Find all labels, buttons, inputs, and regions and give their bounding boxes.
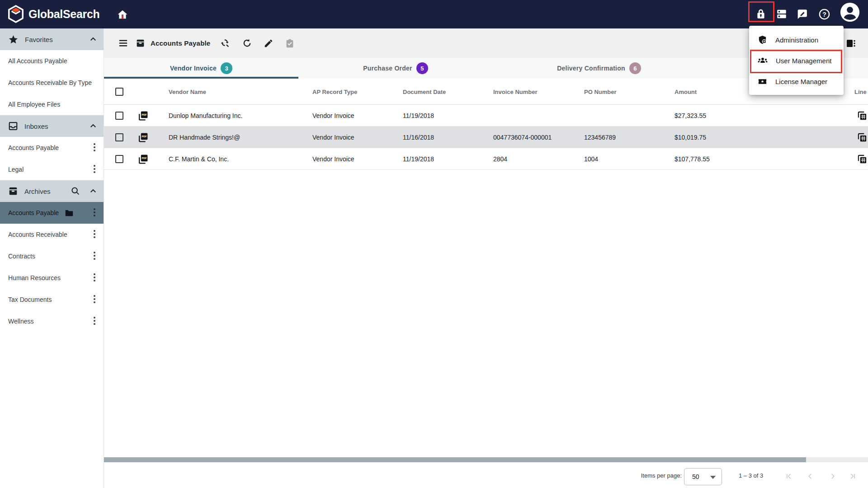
item-menu-icon[interactable] — [94, 295, 95, 304]
sidebar-section-archives[interactable]: Archives — [0, 180, 104, 202]
item-menu-icon[interactable] — [94, 317, 95, 326]
toolbar-title: Accounts Payable — [151, 28, 210, 58]
cell-vendor-name: Dunlop Manufacturing Inc. — [169, 105, 242, 127]
column-header[interactable]: Amount — [675, 79, 697, 105]
refresh-icon[interactable] — [242, 28, 252, 58]
cell-amount: $107,778.55 — [675, 148, 710, 170]
globalsearch-logo-icon — [7, 5, 25, 23]
admin-shield-icon — [757, 35, 768, 45]
sidebar-item[interactable]: Contracts — [0, 245, 104, 267]
cell-amount: $27,323.55 — [675, 105, 706, 127]
table-row-selected[interactable]: PDF DR Handmade Strings!@ Vendor Invoice… — [104, 127, 868, 148]
column-header[interactable]: Invoice Number — [493, 79, 538, 105]
find-replace-icon[interactable] — [220, 28, 230, 58]
help-icon[interactable]: ? — [816, 6, 832, 22]
line-items-icon[interactable] — [857, 105, 868, 127]
menu-item-license-manager[interactable]: License Manager — [749, 71, 844, 92]
table-row[interactable]: PDF Dunlop Manufacturing Inc. Vendor Inv… — [104, 105, 868, 127]
svg-text:PDF: PDF — [142, 135, 147, 138]
item-menu-icon[interactable] — [94, 143, 95, 152]
sidebar-section-favorites[interactable]: Favorites — [0, 28, 104, 50]
caret-down-icon — [710, 476, 716, 479]
sidebar-item[interactable]: Legal — [0, 159, 104, 180]
dns-icon[interactable] — [774, 6, 790, 22]
chevron-up-icon[interactable] — [89, 122, 97, 130]
line-items-icon[interactable] — [857, 148, 868, 170]
column-header[interactable]: PO Number — [584, 79, 617, 105]
sidebar-item[interactable]: Tax Documents — [0, 289, 104, 310]
sidebar-item[interactable]: Human Resources — [0, 267, 104, 289]
sidebar-item[interactable]: Accounts Payable — [0, 137, 104, 159]
horizontal-scrollbar[interactable] — [104, 457, 868, 462]
archive-icon — [8, 186, 18, 196]
account-circle-icon[interactable] — [840, 2, 860, 23]
tab-count-badge: 5 — [416, 62, 428, 74]
app-logo: GlobalSearch — [7, 5, 100, 23]
sidebar-item[interactable]: Accounts Receivable By Type — [0, 72, 104, 94]
row-checkbox[interactable] — [115, 155, 123, 163]
user-management-highlight-box — [750, 50, 842, 73]
sidebar-section-inboxes[interactable]: Inboxes — [0, 115, 104, 137]
view-switch-icon[interactable] — [845, 28, 856, 58]
tab-vendor-invoice[interactable]: Vendor Invoice 3 — [104, 58, 298, 79]
svg-text:?: ? — [822, 10, 826, 18]
prev-page-button[interactable] — [804, 470, 816, 483]
edit-icon[interactable] — [264, 28, 274, 58]
section-label: Inboxes — [24, 122, 48, 130]
svg-text:PDF: PDF — [142, 113, 147, 116]
chevron-up-icon[interactable] — [89, 35, 97, 43]
pagination-bar: Items per page: 50 1 – 3 of 3 — [0, 462, 868, 488]
column-header[interactable]: Line Items — [854, 79, 868, 105]
home-icon[interactable] — [116, 8, 129, 21]
pdf-icon[interactable]: PDF — [137, 148, 149, 170]
item-menu-icon[interactable] — [94, 252, 95, 261]
cell-document-date: 11/19/2018 — [403, 148, 434, 170]
cell-invoice-number: 2804 — [493, 148, 507, 170]
cell-po-number: 123456789 — [584, 127, 616, 148]
search-icon[interactable] — [71, 186, 80, 196]
section-label: Archives — [24, 188, 51, 195]
sidebar-item[interactable]: Wellness — [0, 310, 104, 332]
app-title: GlobalSearch — [28, 8, 100, 21]
sidebar-item[interactable]: All Accounts Payable — [0, 50, 104, 72]
item-menu-icon[interactable] — [94, 165, 95, 174]
sidebar-item[interactable]: All Employee Files — [0, 94, 104, 115]
chevron-up-icon[interactable] — [89, 187, 97, 195]
next-page-button[interactable] — [826, 470, 839, 483]
archive-icon — [136, 28, 145, 58]
license-ticket-icon — [757, 76, 768, 87]
sidebar-item-selected[interactable]: Accounts Payable — [0, 202, 104, 224]
select-all-checkbox[interactable] — [115, 88, 123, 96]
cell-document-date: 11/19/2018 — [403, 105, 434, 127]
cell-vendor-name: C.F. Martin & Co, Inc. — [169, 148, 229, 170]
item-menu-icon[interactable] — [94, 230, 95, 239]
menu-item-administration[interactable]: Administration — [749, 29, 844, 50]
cell-record-type: Vendor Invoice — [312, 127, 354, 148]
cell-record-type: Vendor Invoice — [312, 148, 354, 170]
feedback-icon[interactable] — [794, 6, 810, 22]
assignment-turned-in-icon — [285, 28, 295, 58]
page-size-select[interactable]: 50 — [684, 468, 722, 485]
sidebar-item[interactable]: Accounts Receivable — [0, 224, 104, 245]
row-checkbox[interactable] — [115, 112, 123, 120]
row-checkbox[interactable] — [115, 133, 123, 141]
cell-record-type: Vendor Invoice — [312, 105, 354, 127]
column-header[interactable]: Vendor Name — [169, 79, 206, 105]
hamburger-icon[interactable] — [118, 28, 128, 58]
last-page-button[interactable] — [846, 470, 859, 483]
item-menu-icon[interactable] — [94, 273, 95, 282]
line-items-icon[interactable] — [857, 127, 868, 148]
item-menu-icon[interactable] — [94, 208, 95, 217]
pdf-icon[interactable]: PDF — [137, 127, 149, 148]
column-header[interactable]: AP Record Type — [312, 79, 357, 105]
column-header[interactable]: Document Date — [403, 79, 446, 105]
scrollbar-thumb[interactable] — [104, 457, 806, 462]
folder-icon — [64, 208, 74, 218]
tab-count-badge: 3 — [221, 62, 232, 74]
pdf-icon[interactable]: PDF — [137, 105, 149, 127]
tab-purchase-order[interactable]: Purchase Order 5 — [298, 58, 493, 79]
first-page-button[interactable] — [783, 470, 795, 483]
tab-delivery-confirmation[interactable]: Delivery Confirmation 6 — [493, 58, 705, 79]
table-row[interactable]: PDF C.F. Martin & Co, Inc. Vendor Invoic… — [104, 148, 868, 170]
cell-amount: $10,019.75 — [675, 127, 706, 148]
